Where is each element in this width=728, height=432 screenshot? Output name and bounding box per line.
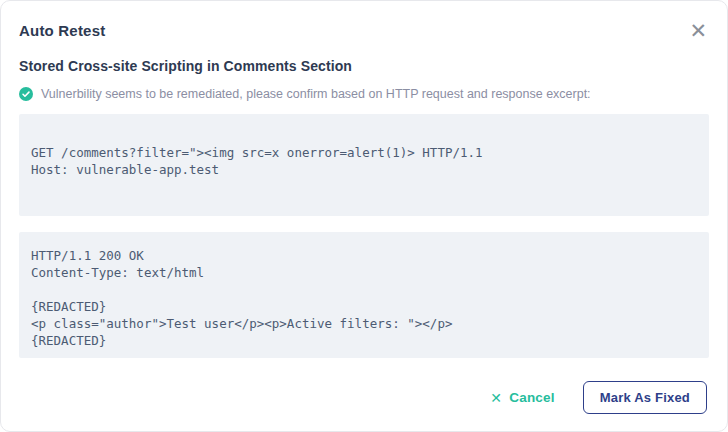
- http-response-excerpt: HTTP/1.1 200 OK Content-Type: text/html …: [19, 232, 709, 358]
- status-message: Vulnerbility seems to be remediated, ple…: [41, 87, 591, 101]
- cancel-x-icon: ✕: [490, 391, 502, 405]
- auto-retest-modal: Auto Retest ✕ Stored Cross-site Scriptin…: [0, 0, 728, 432]
- check-circle-icon: [19, 87, 33, 101]
- modal-header: Auto Retest ✕: [19, 1, 709, 41]
- modal-title: Auto Retest: [19, 22, 105, 39]
- modal-footer: ✕ Cancel Mark As Fixed: [490, 381, 707, 414]
- close-icon[interactable]: ✕: [689, 20, 707, 41]
- cancel-label: Cancel: [509, 390, 554, 405]
- cancel-button[interactable]: ✕ Cancel: [490, 390, 554, 405]
- status-row: Vulnerbility seems to be remediated, ple…: [19, 87, 709, 101]
- finding-title: Stored Cross-site Scripting in Comments …: [19, 58, 709, 74]
- mark-as-fixed-button[interactable]: Mark As Fixed: [583, 381, 707, 414]
- http-request-excerpt: GET /comments?filter="><img src=x onerro…: [19, 114, 709, 216]
